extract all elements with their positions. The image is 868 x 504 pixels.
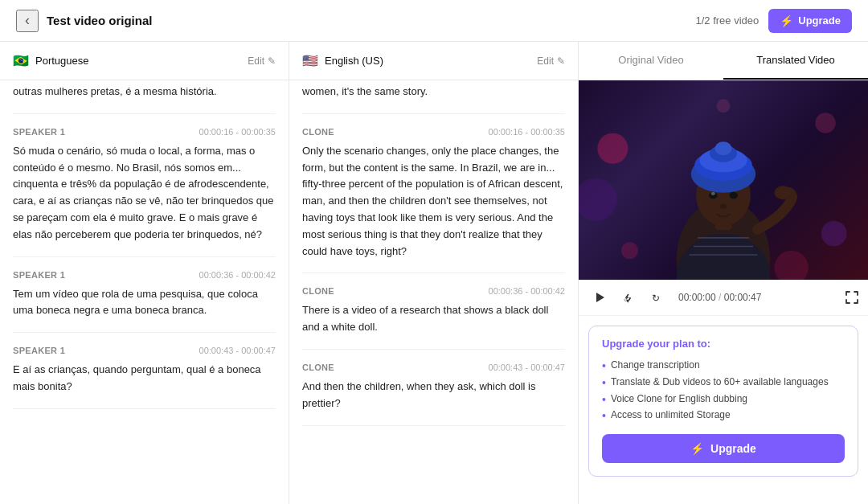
portuguese-edit-button[interactable]: Edit ✎ <box>248 55 276 67</box>
segment-text-partial-pt: outras mulheres pretas, é a mesma histór… <box>13 84 276 100</box>
upgrade-feature-4-text: Access to unlimited Storage <box>611 409 731 420</box>
svg-point-0 <box>597 133 628 164</box>
english-flag: 🇺🇸 <box>302 53 318 68</box>
svg-point-22 <box>720 204 727 209</box>
segment-meta-en-1: Clone 00:00:16 - 00:00:35 <box>302 127 565 137</box>
segment-text-pt-2: Tem um vídeo que rola de uma pesquisa, q… <box>13 286 276 320</box>
svg-point-5 <box>775 251 809 280</box>
transcript-panel: 🇧🇷 Portuguese Edit ✎ 🇺🇸 English (US) Edi… <box>0 42 579 504</box>
speaker-label-en-1: Clone <box>302 127 334 137</box>
segment-meta-en-3: Clone 00:00:43 - 00:00:47 <box>302 363 565 372</box>
free-video-label: 1/2 free video <box>695 14 759 27</box>
time-range-pt-1: 00:00:16 - 00:00:35 <box>199 127 276 137</box>
current-time: 00:00:00 / 00:00:47 <box>678 292 761 303</box>
portuguese-lang-header: 🇧🇷 Portuguese Edit ✎ <box>0 42 289 80</box>
right-panel: Original Video Translated Video <box>579 42 868 504</box>
forward-icon: ↻ <box>651 291 664 304</box>
edit-icon-en: ✎ <box>557 55 565 67</box>
time-range-en-2: 00:00:36 - 00:00:42 <box>489 286 565 296</box>
upgrade-feature-3: Voice Clone for English dubbing <box>602 391 845 408</box>
current-time-value: 00:00:00 <box>678 292 716 303</box>
segment-meta-en-2: Clone 00:00:36 - 00:00:42 <box>302 286 565 296</box>
segment-en-3: Clone 00:00:43 - 00:00:47 And then the c… <box>302 350 565 426</box>
svg-point-21 <box>711 192 715 195</box>
forward-button[interactable]: ↻ <box>646 286 669 309</box>
portuguese-transcript-col: outras mulheres pretas, é a mesma histór… <box>0 80 289 504</box>
language-header-row: 🇧🇷 Portuguese Edit ✎ 🇺🇸 English (US) Edi… <box>0 42 578 80</box>
time-range-en-1: 00:00:16 - 00:00:35 <box>489 127 565 137</box>
svg-point-2 <box>621 242 638 259</box>
fullscreen-button[interactable] <box>845 291 858 304</box>
svg-point-23 <box>775 186 792 199</box>
tab-translated-label: Translated Video <box>756 54 835 66</box>
speaker-label-pt-2: Speaker 1 <box>13 270 65 280</box>
header-upgrade-button[interactable]: ⚡ Upgrade <box>768 9 852 33</box>
play-button[interactable] <box>588 286 611 309</box>
segment-text-pt-3: E aí as crianças, quando perguntam, qual… <box>13 362 276 395</box>
segment-meta-pt-3: Speaker 1 00:00:43 - 00:00:47 <box>13 346 276 355</box>
video-container <box>579 80 868 280</box>
upgrade-box-button-label: Upgrade <box>710 442 756 455</box>
segment-text-en-2: There is a video of a research that show… <box>302 302 565 336</box>
english-edit-button[interactable]: Edit ✎ <box>537 55 565 67</box>
time-range-en-3: 00:00:43 - 00:00:47 <box>489 363 565 372</box>
time-separator: / <box>719 292 724 303</box>
segment-pt-3: Speaker 1 00:00:43 - 00:00:47 E aí as cr… <box>13 333 276 409</box>
segment-text-en-3: And then the children, when they ask, wh… <box>302 379 565 412</box>
edit-label-en: Edit <box>537 55 554 67</box>
portuguese-lang-name: Portuguese <box>35 55 241 67</box>
upgrade-feature-1-text: Change transcription <box>611 359 700 371</box>
tab-translated-video[interactable]: Translated Video <box>723 42 868 80</box>
svg-point-4 <box>717 99 731 113</box>
back-button[interactable]: ‹ <box>16 10 39 32</box>
total-time-value: 00:00:47 <box>724 292 762 303</box>
page-title: Test video original <box>47 14 695 27</box>
tab-original-video[interactable]: Original Video <box>579 42 723 80</box>
time-range-pt-3: 00:00:43 - 00:00:47 <box>199 346 276 355</box>
segment-meta-pt-1: Speaker 1 00:00:16 - 00:00:35 <box>13 127 276 137</box>
segment-pt-2: Speaker 1 00:00:36 - 00:00:42 Tem um víd… <box>13 257 276 334</box>
rewind-button[interactable]: ↺ <box>617 286 640 309</box>
segment-text-partial-en: women, it's the same story. <box>302 84 565 100</box>
portuguese-flag: 🇧🇷 <box>13 53 29 68</box>
segment-text-en-1: Only the scenario changes, only the plac… <box>302 143 565 260</box>
segment-meta-pt-2: Speaker 1 00:00:36 - 00:00:42 <box>13 270 276 280</box>
upgrade-box: Upgrade your plan to: Change transcripti… <box>588 326 858 477</box>
svg-text:↺: ↺ <box>624 297 628 302</box>
app-header: ‹ Test video original 1/2 free video ⚡ U… <box>0 0 868 42</box>
video-frame <box>579 80 868 280</box>
segment-partial-pt: outras mulheres pretas, é a mesma histór… <box>13 80 276 114</box>
time-range-pt-2: 00:00:36 - 00:00:42 <box>199 270 276 280</box>
video-tabs: Original Video Translated Video <box>579 42 868 80</box>
speaker-label-en-3: Clone <box>302 363 334 372</box>
speaker-label-pt-1: Speaker 1 <box>13 127 65 137</box>
video-bokeh-overlay <box>579 80 868 280</box>
segment-en-1: Clone 00:00:16 - 00:00:35 Only the scena… <box>302 114 565 274</box>
segment-pt-1: Speaker 1 00:00:16 - 00:00:35 Só muda o … <box>13 114 276 257</box>
play-icon <box>593 291 606 304</box>
svg-point-6 <box>579 178 617 221</box>
upgrade-feature-2-text: Translate & Dub videos to 60+ available … <box>611 376 829 387</box>
tab-original-label: Original Video <box>618 54 683 66</box>
upgrade-box-button[interactable]: ⚡ Upgrade <box>602 434 845 463</box>
header-right: 1/2 free video ⚡ Upgrade <box>695 9 852 33</box>
segment-text-pt-1: Só muda o cenário, só muda o local, a fo… <box>13 143 276 244</box>
rewind-icon: ↺ <box>622 291 635 304</box>
transcript-columns: outras mulheres pretas, é a mesma histór… <box>0 80 578 504</box>
svg-point-1 <box>815 113 835 133</box>
speaker-label-en-2: Clone <box>302 286 334 296</box>
upgrade-label: Upgrade <box>798 14 841 27</box>
upgrade-feature-2: Translate & Dub videos to 60+ available … <box>602 375 845 391</box>
english-transcript-col: women, it's the same story. Clone 00:00:… <box>289 80 578 504</box>
english-lang-header: 🇺🇸 English (US) Edit ✎ <box>289 42 578 80</box>
upgrade-feature-4: Access to unlimited Storage <box>602 408 845 424</box>
segment-en-2: Clone 00:00:36 - 00:00:42 There is a vid… <box>302 273 565 350</box>
svg-point-3 <box>821 221 847 247</box>
video-controls: ↺ ↻ 00:00:00 / 00:00:47 <box>579 280 868 316</box>
upgrade-feature-1: Change transcription <box>602 358 845 375</box>
svg-marker-24 <box>596 293 604 302</box>
bolt-icon: ⚡ <box>780 14 793 27</box>
speaker-label-pt-3: Speaker 1 <box>13 346 65 355</box>
main-content: 🇧🇷 Portuguese Edit ✎ 🇺🇸 English (US) Edi… <box>0 42 868 504</box>
edit-label-pt: Edit <box>248 55 264 67</box>
